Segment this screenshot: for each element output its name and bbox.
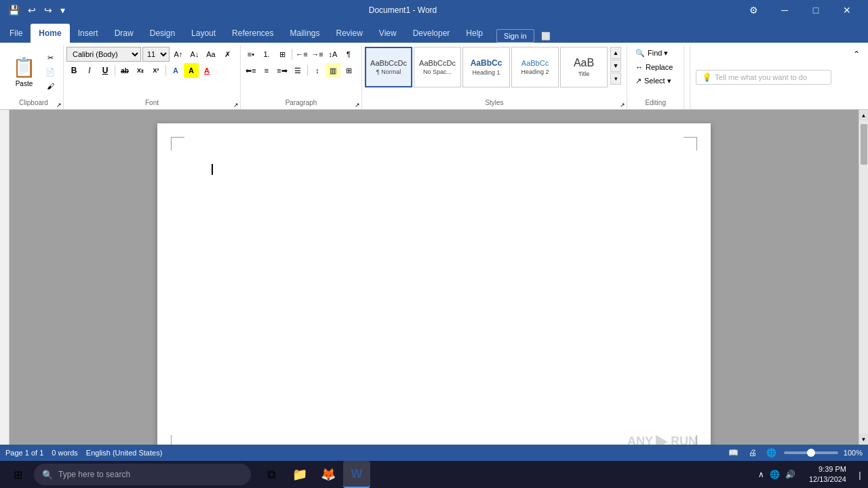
clock[interactable]: 9:39 PM 12/13/2024: [804, 464, 852, 485]
clear-formatting-button[interactable]: ✗: [220, 47, 235, 62]
undo-button[interactable]: ↩: [25, 3, 39, 17]
font-expand-button[interactable]: ↗: [232, 101, 240, 109]
tab-references[interactable]: References: [224, 24, 281, 43]
para-row-2: ⬅≡ ≡ ≡➡ ☰ ↕ ▥ ⊞: [243, 63, 356, 78]
numbering-button[interactable]: 1.: [259, 47, 274, 62]
style-no-spacing[interactable]: AaBbCcDc No Spac...: [414, 47, 461, 87]
styles-expand-dialog-button[interactable]: ↗: [618, 101, 627, 109]
align-left-button[interactable]: ⬅≡: [243, 63, 258, 78]
italic-button[interactable]: I: [82, 63, 97, 78]
style-title[interactable]: AaB Title: [560, 47, 608, 87]
tab-developer[interactable]: Developer: [405, 24, 458, 43]
firefox-button[interactable]: 🦊: [315, 461, 342, 488]
style-title-text: AaB: [574, 57, 594, 69]
print-view-button[interactable]: 🖨: [746, 446, 760, 460]
save-button[interactable]: 💾: [5, 3, 22, 17]
sort-button[interactable]: ↕A: [326, 47, 340, 62]
show-desktop-button[interactable]: |: [854, 470, 865, 480]
paragraph-expand-button[interactable]: ↗: [353, 101, 361, 109]
tab-design[interactable]: Design: [142, 24, 183, 43]
word-page[interactable]: ANY RUN: [157, 123, 711, 445]
task-view-button[interactable]: ⧉: [258, 461, 285, 488]
scroll-down-button[interactable]: ▼: [859, 434, 868, 445]
web-view-button[interactable]: 🌐: [765, 446, 778, 460]
style-heading1[interactable]: AaBbCc Heading 1: [462, 47, 510, 87]
paste-button[interactable]: 📋 Paste: [7, 54, 41, 90]
borders-button[interactable]: ⊞: [341, 63, 356, 78]
paragraph-label: Paragraph: [241, 99, 361, 106]
strikethrough-button[interactable]: ab: [117, 63, 132, 78]
sign-in-button[interactable]: Sign in: [496, 29, 534, 43]
tell-me-search[interactable]: 💡 Tell me what you want to do: [696, 70, 831, 85]
tab-draw[interactable]: Draw: [106, 24, 142, 43]
file-explorer-button[interactable]: 📁: [286, 461, 313, 488]
collapse-ribbon-button[interactable]: ⌃: [849, 48, 864, 60]
bullets-button[interactable]: ≡•: [243, 47, 258, 62]
line-spacing-button[interactable]: ↕: [310, 63, 325, 78]
text-effects-button[interactable]: A: [168, 63, 183, 78]
cut-button[interactable]: ✂: [43, 51, 58, 64]
tab-layout[interactable]: Layout: [183, 24, 224, 43]
font-family-select[interactable]: Calibri (Body): [66, 47, 141, 62]
styles-expand-button[interactable]: ▾: [610, 73, 621, 85]
tab-file[interactable]: File: [1, 24, 31, 43]
clipboard-expand-button[interactable]: ↗: [55, 101, 63, 109]
ribbon-display-options-button[interactable]: ⬜: [537, 30, 555, 43]
tab-view[interactable]: View: [371, 24, 405, 43]
highlight-button[interactable]: A: [184, 63, 199, 78]
title-bar-left: 💾 ↩ ↪ ▾: [5, 3, 68, 17]
tab-review[interactable]: Review: [328, 24, 371, 43]
underline-button[interactable]: U: [98, 63, 113, 78]
document-content[interactable]: [212, 164, 656, 422]
quick-access-toolbar: 💾 ↩ ↪ ▾: [5, 3, 68, 17]
word-button[interactable]: W: [343, 461, 370, 488]
format-painter-button[interactable]: 🖌: [43, 79, 58, 93]
multilevel-list-button[interactable]: ⊞: [275, 47, 290, 62]
style-normal[interactable]: AaBbCcDc ¶ Normal: [365, 47, 412, 87]
align-right-button[interactable]: ≡➡: [275, 63, 290, 78]
replace-button[interactable]: ↔ Replace: [630, 61, 678, 73]
scroll-up-button[interactable]: ▲: [859, 110, 868, 121]
font-format-row: B I U ab X₂ X² A A A: [66, 63, 235, 78]
page-container[interactable]: ANY RUN: [9, 110, 859, 445]
tab-help[interactable]: Help: [458, 24, 491, 43]
tab-home[interactable]: Home: [31, 24, 69, 43]
styles-scroll-up-button[interactable]: ▲: [610, 47, 621, 59]
change-case-button[interactable]: Aa: [203, 47, 218, 62]
zoom-slider[interactable]: [784, 451, 838, 454]
show-formatting-button[interactable]: ¶: [341, 47, 356, 62]
justify-button[interactable]: ☰: [290, 63, 305, 78]
increase-indent-button[interactable]: →≡: [310, 47, 325, 62]
superscript-button[interactable]: X²: [149, 63, 163, 78]
decrease-indent-button[interactable]: ←≡: [294, 47, 309, 62]
maximize-button[interactable]: □: [800, 0, 831, 20]
subscript-button[interactable]: X₂: [133, 63, 148, 78]
minimize-button[interactable]: ─: [769, 0, 800, 20]
tab-mailings[interactable]: Mailings: [281, 24, 328, 43]
tab-insert[interactable]: Insert: [70, 24, 106, 43]
status-right: 📖 🖨 🌐 100%: [727, 446, 863, 460]
style-heading2[interactable]: AaBbCc Heading 2: [511, 47, 559, 87]
styles-scroll-down-button[interactable]: ▼: [610, 60, 621, 72]
settings-button[interactable]: ⚙: [738, 0, 769, 20]
grow-font-button[interactable]: A↑: [171, 47, 186, 62]
scroll-thumb[interactable]: [861, 124, 867, 165]
find-button[interactable]: 🔍 Find ▾: [630, 47, 678, 60]
start-button[interactable]: ⊞: [3, 461, 33, 488]
shrink-font-button[interactable]: A↓: [187, 47, 202, 62]
shading-button[interactable]: ▥: [326, 63, 340, 78]
redo-button[interactable]: ↪: [41, 3, 55, 17]
zoom-thumb[interactable]: [807, 449, 815, 457]
scroll-track[interactable]: [859, 121, 868, 434]
right-scrollbar[interactable]: ▲ ▼: [859, 110, 868, 445]
font-size-select[interactable]: 11: [142, 47, 170, 62]
customize-quick-access-button[interactable]: ▾: [58, 3, 68, 17]
font-color-button[interactable]: A: [199, 63, 214, 78]
center-button[interactable]: ≡: [259, 63, 274, 78]
copy-button[interactable]: 📄: [43, 65, 58, 79]
taskbar-search[interactable]: 🔍 Type here to search: [34, 464, 251, 485]
bold-button[interactable]: B: [66, 63, 81, 78]
select-button[interactable]: ↗ Select ▾: [630, 75, 678, 87]
read-view-button[interactable]: 📖: [727, 446, 741, 460]
close-button[interactable]: ✕: [831, 0, 863, 20]
